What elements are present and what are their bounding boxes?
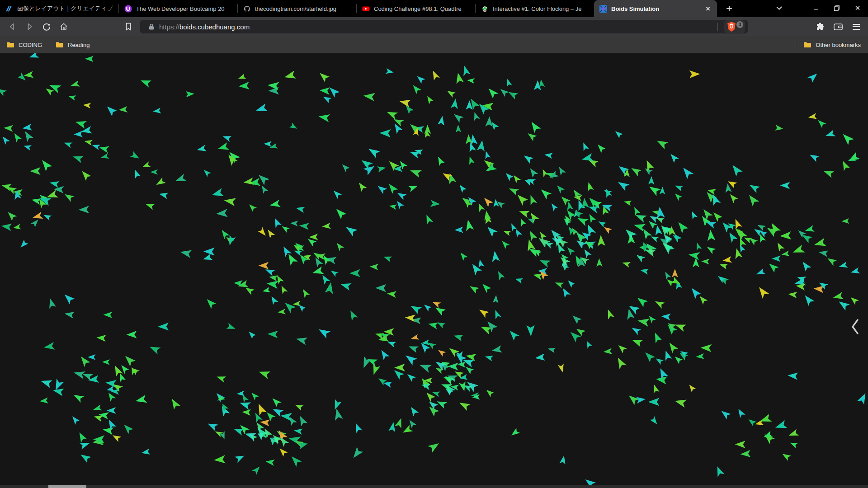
boid xyxy=(486,86,499,99)
boid xyxy=(495,270,505,281)
minimize-button[interactable]: – xyxy=(806,0,826,16)
tab-close-icon[interactable]: ✕ xyxy=(703,4,712,13)
boid xyxy=(629,165,642,176)
favicon-youtube xyxy=(362,5,370,13)
wallet-button[interactable] xyxy=(829,19,847,34)
boid xyxy=(558,364,566,373)
boid xyxy=(74,118,86,128)
boid xyxy=(234,280,243,286)
boid xyxy=(826,255,837,266)
boid xyxy=(660,187,665,194)
boid xyxy=(174,174,187,185)
boid xyxy=(268,87,279,94)
boid xyxy=(259,262,269,270)
home-button[interactable] xyxy=(55,19,72,34)
boid xyxy=(465,352,476,361)
boid xyxy=(289,122,298,131)
boid xyxy=(485,388,494,397)
boid xyxy=(559,455,567,465)
boids-canvas[interactable] xyxy=(0,53,868,488)
boid xyxy=(269,295,278,305)
boid xyxy=(103,311,112,318)
bookmark-this-tab-button[interactable] xyxy=(120,19,137,34)
boid xyxy=(700,344,712,352)
tab-2[interactable]: thecodingtrain.com/starfield.jpg xyxy=(238,0,356,17)
boid xyxy=(502,229,511,236)
favicon-boids-cube xyxy=(599,5,607,13)
bookmark-folder-coding[interactable]: CODING xyxy=(6,42,42,48)
boid xyxy=(718,275,729,285)
scrollbar-thumb[interactable] xyxy=(48,485,86,488)
boid xyxy=(528,211,539,223)
bookmark-folder-reading[interactable]: Reading xyxy=(56,42,90,48)
boid xyxy=(729,163,743,177)
boid xyxy=(91,142,100,150)
boid xyxy=(656,216,665,224)
extensions-button[interactable] xyxy=(811,19,829,34)
new-tab-button[interactable]: + xyxy=(722,1,737,16)
boid xyxy=(740,450,751,458)
boid xyxy=(349,269,360,277)
reload-button[interactable] xyxy=(38,19,55,34)
boid xyxy=(255,103,268,114)
tab-0[interactable]: 画像とレイアウト｜クリエイティブコーデ xyxy=(0,0,118,17)
boid xyxy=(375,284,386,292)
boid xyxy=(818,249,828,257)
boid xyxy=(335,241,344,251)
boid xyxy=(595,142,606,153)
boid xyxy=(555,183,565,193)
tab-4[interactable]: Interactive #1: Color Flocking – Je xyxy=(476,0,594,17)
boid xyxy=(269,200,280,209)
boid xyxy=(597,219,607,228)
brave-shields-button[interactable]: 3 xyxy=(724,20,745,33)
boid xyxy=(271,405,283,417)
tab-3[interactable]: Coding Challenge #98.1: Quadtre xyxy=(357,0,475,17)
boid xyxy=(850,267,860,276)
boid xyxy=(701,207,713,220)
boid xyxy=(651,331,662,343)
address-bar[interactable]: https://boids.cubedhuang.com 3 xyxy=(140,20,748,33)
boid xyxy=(647,314,656,324)
boid xyxy=(808,113,817,120)
boid xyxy=(386,108,398,119)
url-text[interactable]: https://boids.cubedhuang.com xyxy=(159,23,250,31)
boid xyxy=(538,257,551,267)
boid xyxy=(514,192,528,206)
other-bookmarks-button[interactable]: Other bookmarks xyxy=(803,42,861,48)
boid xyxy=(464,365,474,375)
tab-title: The Web Developer Bootcamp 20 xyxy=(136,5,233,12)
horizontal-scrollbar[interactable] xyxy=(0,485,868,488)
boid xyxy=(841,218,849,224)
tab-search-button[interactable] xyxy=(769,0,789,16)
tab-title: 画像とレイアウト｜クリエイティブコーデ xyxy=(17,5,114,13)
close-window-button[interactable]: ✕ xyxy=(847,0,868,16)
boid xyxy=(139,77,151,87)
boid xyxy=(544,152,553,159)
boid xyxy=(42,212,52,221)
tabs-container: 画像とレイアウト｜クリエイティブコーデThe Web Developer Boo… xyxy=(0,0,717,17)
back-button[interactable] xyxy=(4,19,21,34)
url-scheme: https:// xyxy=(159,23,179,31)
tab-active[interactable]: Boids Simulation✕ xyxy=(594,0,717,17)
boid xyxy=(650,416,659,426)
boid xyxy=(148,343,161,355)
tab-1[interactable]: The Web Developer Bootcamp 20 xyxy=(119,0,237,17)
boid xyxy=(616,178,629,191)
boid xyxy=(250,391,259,400)
boid xyxy=(347,309,358,321)
boid xyxy=(788,429,799,439)
forward-button[interactable] xyxy=(21,19,38,34)
boid xyxy=(73,369,85,379)
menu-button[interactable] xyxy=(847,19,865,34)
maximize-button[interactable] xyxy=(826,0,847,16)
boid xyxy=(605,308,615,319)
boid xyxy=(522,153,534,164)
boid xyxy=(719,262,728,269)
settings-panel-toggle[interactable] xyxy=(849,317,861,336)
boid xyxy=(549,202,558,211)
boid xyxy=(322,94,332,103)
boid xyxy=(300,287,310,298)
back-icon xyxy=(8,22,17,31)
boid xyxy=(689,286,701,299)
boid xyxy=(582,248,592,258)
